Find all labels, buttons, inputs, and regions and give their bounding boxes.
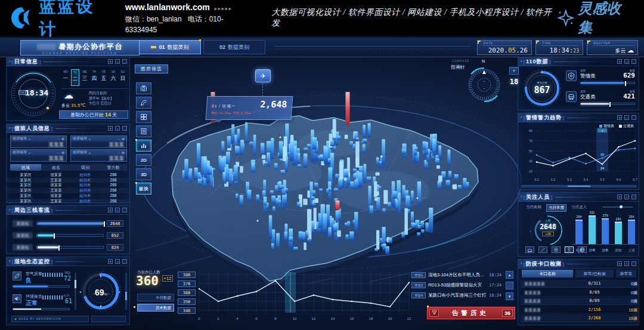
today-data-button[interactable]: 今日数据 <box>137 294 174 301</box>
duty-leader-card[interactable]: 值班领导»—⊗某某某 <box>10 149 67 162</box>
close-circle-icon[interactable]: ⊗ <box>61 137 64 141</box>
duty-leader-card[interactable]: 值班领导»—⊗某某某 <box>70 149 127 162</box>
alert-history-banner[interactable]: 告警历史 36 <box>427 307 515 319</box>
checkpoint-header-cell[interactable]: 卡口名称 <box>522 270 573 277</box>
table-row[interactable]: 某某区张某某副局长268 <box>7 183 131 188</box>
pen-icon[interactable] <box>538 246 547 253</box>
close-circle-icon[interactable]: ⊗ <box>122 150 125 155</box>
layer-tool-signal[interactable] <box>136 97 151 109</box>
table-row[interactable]: 某某某某0/890辆 <box>521 297 637 305</box>
panel-expand-icon[interactable]: ⛶ <box>631 59 636 64</box>
notice-unit: 天 <box>112 112 117 118</box>
table-row[interactable]: 某某区王某某副局长268 <box>7 178 131 183</box>
panel-expand-icon[interactable]: ⛶ <box>122 59 127 64</box>
panel-window-icon[interactable]: □ <box>624 195 629 199</box>
layer-tool-list[interactable] <box>136 125 151 137</box>
table-row[interactable]: 某某区王某某副局长268 <box>7 199 131 204</box>
panel-window-icon[interactable]: □ <box>115 259 120 264</box>
flow-bar-knob[interactable] <box>58 245 60 251</box>
layer-tool-3D[interactable]: 3D <box>136 168 151 180</box>
minus-deco: — <box>117 137 120 141</box>
layer-tool-camera[interactable] <box>136 82 151 94</box>
panel-window-icon[interactable]: □ <box>115 126 120 131</box>
panel-focus-personnel: *[关注人员]······✕□⛶ 当日离网当日常用当日进入 ‹› 人数 2648… <box>518 192 639 257</box>
alert-row[interactable]: 类型4某路口有小汽车连闯三个红灯18:24 <box>411 292 501 300</box>
site-url[interactable]: www.lanlanwork.com <box>125 2 210 12</box>
weekday-sa[interactable]: SA六 <box>109 69 117 86</box>
layer-tool-chart[interactable] <box>136 140 151 152</box>
checkpoint-header-cell[interactable]: 异常/已检测 <box>575 270 614 277</box>
trend-scrollbar[interactable] <box>522 185 636 187</box>
close-circle-icon[interactable]: ⊗ <box>122 137 125 141</box>
alert-row[interactable]: 类型2RD13-53烟感报警疑似火灾17:24 <box>411 282 501 290</box>
panel-expand-icon[interactable]: ⛶ <box>631 195 636 199</box>
weekday-tu[interactable]: TU二 <box>71 69 79 86</box>
item-bar-knob[interactable] <box>609 102 611 107</box>
layer-tool-grid[interactable] <box>136 111 151 123</box>
date-day: 26 <box>520 47 528 54</box>
zoom-in-button[interactable]: + <box>509 67 519 75</box>
compass-ring[interactable]: ˆ ˇ <box>465 66 503 104</box>
checkpoint-header-cell[interactable]: 异常车 <box>616 270 636 277</box>
panel-expand-icon[interactable]: ⛶ <box>122 126 127 131</box>
item-num: 421 <box>608 92 635 100</box>
panel-close-icon[interactable]: ✕ <box>108 259 113 264</box>
tab-data-category-1[interactable]: 01 数据类别 <box>139 40 201 54</box>
table-row[interactable]: 某某区张某某副局长268 <box>7 193 131 199</box>
target-icon[interactable] <box>552 246 561 253</box>
duty-leader-card[interactable]: 值班领导»—⊗某某某 <box>10 135 67 148</box>
panel-110-data: *[110数据]······✕□⛶ 警情总数 867 类型警情类数量629类型交… <box>518 57 639 110</box>
panel-window-icon[interactable]: □ <box>624 261 629 266</box>
table-row[interactable]: 某某某某2/15616辆 <box>521 306 637 314</box>
table-row[interactable]: 某某某某某0/3110辆 <box>521 280 637 288</box>
focus-tab-当日离网[interactable]: 当日离网 <box>524 204 543 212</box>
panel-close-icon[interactable]: ✕ <box>108 126 113 131</box>
duty-leader-card[interactable]: 值班领导»—⊗某某某 <box>70 135 127 148</box>
panel-close-icon[interactable]: ✕ <box>108 59 113 64</box>
layer-tool-板块[interactable]: 板块 <box>136 183 151 195</box>
panel-window-icon[interactable]: □ <box>115 59 120 64</box>
table-row[interactable]: 某某某某0/890辆 <box>521 289 637 297</box>
scroll-mid-dot[interactable]: ● <box>506 282 513 289</box>
panel-window-icon[interactable]: □ <box>624 59 629 64</box>
layer-tool-2D[interactable]: 2D <box>136 154 151 166</box>
tab-data-category-2[interactable]: 02 数据类别 <box>203 40 265 54</box>
focus-tab-当日常用[interactable]: 当日常用 <box>546 204 566 212</box>
flow-bar-knob[interactable] <box>104 221 105 227</box>
panel-expand-icon[interactable]: ⛶ <box>122 259 127 264</box>
weekday-fr[interactable]: FR五 <box>100 69 108 86</box>
weekday-mo[interactable]: MO一 <box>61 69 70 86</box>
alert-badge: 类型4 <box>411 292 426 298</box>
flow-bar-knob[interactable] <box>54 233 55 239</box>
panel-expand-icon[interactable]: ⛶ <box>631 115 636 120</box>
weekday-we[interactable]: WE三 <box>80 69 89 86</box>
table-row[interactable]: 某某区王某某副局长268 <box>7 188 131 193</box>
table-row[interactable]: 某某某某2/26816辆 <box>521 314 637 322</box>
panel-close-icon[interactable]: ✕ <box>108 208 113 212</box>
panel-close-icon[interactable]: ✕ <box>617 261 622 266</box>
logo-text: 蓝蓝设计 <box>39 0 112 41</box>
close-circle-icon[interactable]: ⊗ <box>61 150 64 155</box>
history-data-button[interactable]: 历史数据 <box>137 304 174 312</box>
link-icon: » <box>29 151 30 155</box>
panel-expand-icon[interactable]: ⛶ <box>122 208 127 212</box>
panel-close-icon[interactable]: ✕ <box>617 115 622 120</box>
panel-close-icon[interactable]: ✕ <box>617 59 622 64</box>
weekday-su[interactable]: SU日 <box>119 69 127 86</box>
item-bar-knob[interactable] <box>625 81 626 86</box>
plane-marker[interactable]: ✈ <box>255 69 271 82</box>
table-row[interactable]: 某某区张某某副局长268 <box>7 172 131 178</box>
office-ytick: 350 <box>178 298 196 305</box>
alert-row[interactable]: 类型1湿地3-104片区有不明人员闯入18:24 <box>411 272 501 280</box>
panel-window-icon[interactable]: □ <box>115 208 120 212</box>
checkpoint-name: 某某某某 <box>524 307 541 313</box>
scroll-down-button[interactable]: ▼ <box>506 292 513 300</box>
duty-role-label: 值班领导 <box>73 150 87 155</box>
scroll-up-button[interactable]: ▲ <box>506 271 513 279</box>
car-icon[interactable] <box>525 246 534 253</box>
panel-close-icon[interactable]: ✕ <box>617 195 622 199</box>
panel-window-icon[interactable]: □ <box>624 115 629 120</box>
panel-expand-icon[interactable]: ⛶ <box>631 261 636 266</box>
weekday-th[interactable]: TH四 <box>90 69 98 86</box>
panel-title: 周边三线客流 <box>14 206 50 214</box>
